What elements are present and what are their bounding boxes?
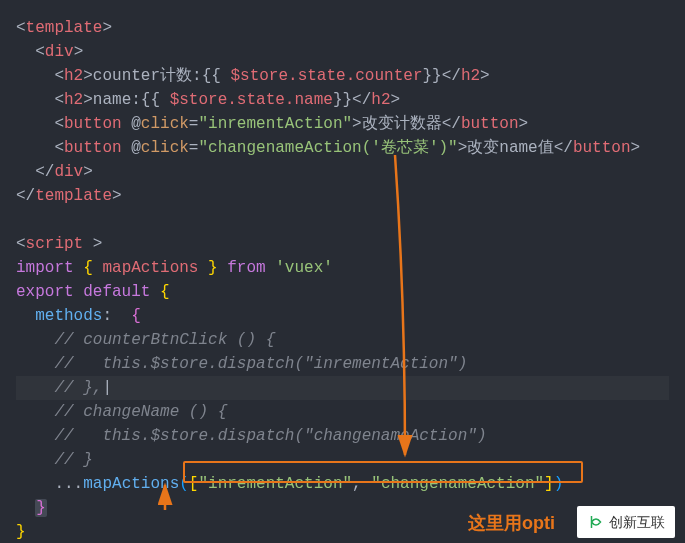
code-line (16, 208, 669, 232)
code-line: <button @click="changenameAction('卷芯菜')"… (16, 136, 669, 160)
code-line: methods: { (16, 304, 669, 328)
code-line: <button @click="inrementAction">改变计数器</b… (16, 112, 669, 136)
logo-icon (587, 513, 605, 531)
code-line: } (16, 520, 669, 543)
cursor: | (102, 376, 112, 400)
code-line: <script > (16, 232, 669, 256)
code-line: <div> (16, 40, 669, 64)
code-line: // this.$store.dispatch("changenameActio… (16, 424, 669, 448)
code-line: } (16, 496, 669, 520)
code-line: </template> (16, 184, 669, 208)
code-line: // this.$store.dispatch("inrementAction"… (16, 352, 669, 376)
code-line: <h2>counter计数:{{ $store.state.counter}}<… (16, 64, 669, 88)
code-line: <template> (16, 16, 669, 40)
code-line: </div> (16, 160, 669, 184)
watermark-text: 创新互联 (609, 510, 665, 534)
annotation-box (183, 461, 583, 483)
code-line: // changeName () { (16, 400, 669, 424)
watermark: 创新互联 (577, 506, 675, 538)
code-line: <h2>name:{{ $store.state.name}}</h2> (16, 88, 669, 112)
code-line: // counterBtnClick () { (16, 328, 669, 352)
code-line: import { mapActions } from 'vuex' (16, 256, 669, 280)
code-line: export default { (16, 280, 669, 304)
code-line-active: // },| (16, 376, 669, 400)
annotation-text: 这里用opti (468, 511, 555, 535)
